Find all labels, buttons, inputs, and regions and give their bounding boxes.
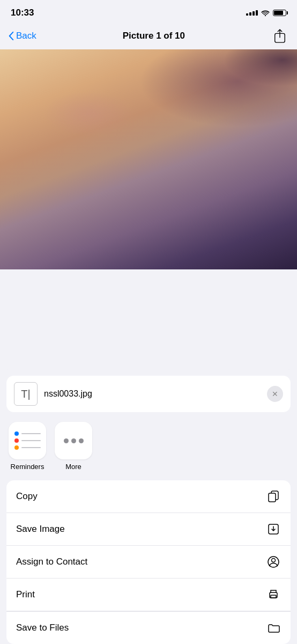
save-files-icon bbox=[266, 620, 281, 635]
print-icon bbox=[266, 587, 281, 602]
nav-title: Picture 1 of 10 bbox=[123, 31, 185, 41]
apps-row: Reminders More bbox=[0, 416, 297, 473]
wifi-icon bbox=[261, 10, 270, 16]
action-save-files[interactable]: Save to Files bbox=[6, 611, 291, 644]
share-button[interactable] bbox=[271, 27, 288, 45]
reminders-label: Reminders bbox=[11, 463, 44, 471]
copy-icon bbox=[266, 489, 281, 504]
share-sheet: T| nssl0033.jpg ✕ bbox=[0, 369, 297, 644]
more-dots-icon bbox=[64, 438, 84, 443]
status-icons bbox=[246, 10, 286, 16]
signal-icon bbox=[246, 10, 258, 16]
photo-clouds bbox=[0, 49, 297, 157]
photo-area bbox=[0, 49, 297, 269]
file-type-icon: T| bbox=[14, 382, 38, 406]
action-copy[interactable]: Copy bbox=[6, 480, 291, 513]
back-button[interactable]: Back bbox=[9, 31, 36, 41]
more-icon-box bbox=[55, 422, 92, 459]
copy-label: Copy bbox=[16, 491, 38, 502]
action-print[interactable]: Print bbox=[6, 579, 291, 611]
save-image-icon bbox=[266, 522, 281, 537]
action-save-image[interactable]: Save Image bbox=[6, 513, 291, 546]
save-files-label: Save to Files bbox=[16, 623, 69, 633]
svg-rect-7 bbox=[271, 595, 276, 598]
save-image-label: Save Image bbox=[16, 524, 65, 535]
nav-bar: Back Picture 1 of 10 bbox=[0, 24, 297, 49]
app-item-more[interactable]: More bbox=[55, 422, 92, 471]
file-name: nssl0033.jpg bbox=[44, 389, 261, 399]
svg-rect-2 bbox=[269, 493, 276, 502]
share-icon bbox=[274, 29, 286, 43]
status-time: 10:33 bbox=[11, 8, 34, 18]
print-label: Print bbox=[16, 589, 35, 600]
status-bar: 10:33 bbox=[0, 0, 297, 24]
assign-contact-label: Assign to Contact bbox=[16, 557, 87, 567]
photo-background bbox=[0, 49, 297, 269]
app-item-reminders[interactable]: Reminders bbox=[9, 422, 46, 471]
actions-section: Copy Save Image Assign to Contact bbox=[6, 480, 291, 644]
file-info-row: T| nssl0033.jpg ✕ bbox=[6, 376, 291, 412]
battery-icon bbox=[273, 10, 286, 16]
assign-contact-icon bbox=[266, 554, 281, 569]
svg-point-5 bbox=[272, 559, 276, 562]
reminders-icon-box bbox=[9, 422, 46, 459]
action-assign-contact[interactable]: Assign to Contact bbox=[6, 546, 291, 579]
close-button[interactable]: ✕ bbox=[267, 386, 283, 402]
more-label: More bbox=[65, 463, 81, 471]
close-icon: ✕ bbox=[272, 390, 278, 398]
reminders-icon bbox=[9, 426, 46, 455]
chevron-left-icon bbox=[9, 32, 14, 40]
back-label: Back bbox=[16, 31, 36, 41]
